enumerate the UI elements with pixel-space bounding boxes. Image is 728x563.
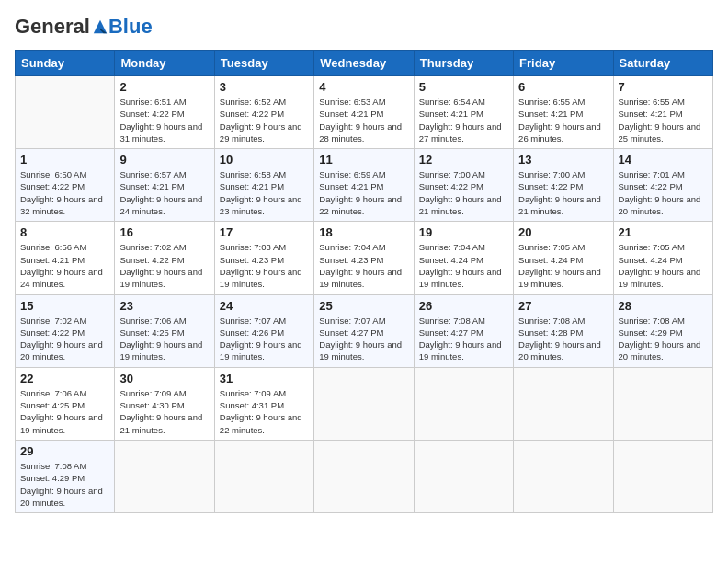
calendar-cell: 18Sunrise: 7:04 AMSunset: 4:23 PMDayligh… — [314, 222, 414, 294]
calendar-cell: 11Sunrise: 6:59 AMSunset: 4:21 PMDayligh… — [314, 149, 414, 222]
calendar-cell: 29Sunrise: 7:08 AMSunset: 4:29 PMDayligh… — [16, 440, 115, 512]
day-number: 4 — [319, 80, 408, 94]
calendar-cell: 16Sunrise: 7:02 AMSunset: 4:22 PMDayligh… — [115, 222, 214, 294]
calendar-cell: 22Sunrise: 7:06 AMSunset: 4:25 PMDayligh… — [16, 367, 115, 440]
day-number: 5 — [419, 80, 508, 94]
day-number: 20 — [518, 225, 608, 239]
calendar-cell — [414, 367, 513, 440]
calendar-cell — [214, 440, 313, 512]
day-number: 16 — [119, 225, 209, 239]
day-number: 18 — [319, 225, 408, 239]
day-number: 11 — [319, 153, 408, 167]
calendar-cell: 5Sunrise: 6:54 AMSunset: 4:21 PMDaylight… — [414, 76, 513, 149]
day-number: 26 — [419, 299, 508, 313]
calendar-cell: 20Sunrise: 7:05 AMSunset: 4:24 PMDayligh… — [514, 222, 613, 294]
calendar-cell: 30Sunrise: 7:09 AMSunset: 4:30 PMDayligh… — [115, 367, 214, 440]
day-number: 7 — [619, 80, 708, 94]
day-info: Sunrise: 7:08 AMSunset: 4:28 PMDaylight:… — [518, 315, 608, 363]
day-info: Sunrise: 7:05 AMSunset: 4:24 PMDaylight:… — [619, 241, 708, 290]
calendar-cell: 26Sunrise: 7:08 AMSunset: 4:27 PMDayligh… — [414, 294, 513, 367]
calendar-cell: 23Sunrise: 7:06 AMSunset: 4:25 PMDayligh… — [115, 294, 214, 367]
calendar-cell — [314, 440, 414, 512]
day-info: Sunrise: 7:04 AMSunset: 4:24 PMDaylight:… — [419, 241, 508, 290]
day-number: 23 — [119, 299, 209, 313]
day-number: 25 — [319, 299, 408, 313]
day-info: Sunrise: 7:07 AMSunset: 4:27 PMDaylight:… — [319, 315, 408, 363]
day-info: Sunrise: 6:52 AMSunset: 4:22 PMDaylight:… — [220, 96, 309, 144]
day-info: Sunrise: 6:54 AMSunset: 4:21 PMDaylight:… — [419, 96, 508, 144]
day-info: Sunrise: 7:08 AMSunset: 4:27 PMDaylight:… — [419, 315, 508, 363]
page-header: General Blue — [15, 15, 713, 39]
calendar-cell: 1Sunrise: 6:50 AMSunset: 4:22 PMDaylight… — [16, 149, 115, 222]
calendar-cell — [514, 440, 613, 512]
weekday-header: Monday — [115, 51, 214, 76]
day-info: Sunrise: 6:59 AMSunset: 4:21 PMDaylight:… — [319, 168, 408, 217]
calendar-cell: 27Sunrise: 7:08 AMSunset: 4:28 PMDayligh… — [514, 294, 613, 367]
calendar-table: SundayMondayTuesdayWednesdayThursdayFrid… — [15, 50, 713, 513]
logo-general: General — [15, 15, 90, 39]
day-number: 17 — [220, 225, 309, 239]
weekday-header: Tuesday — [214, 51, 313, 76]
day-info: Sunrise: 7:06 AMSunset: 4:25 PMDaylight:… — [20, 387, 109, 436]
weekday-header: Sunday — [16, 51, 115, 76]
day-info: Sunrise: 6:53 AMSunset: 4:21 PMDaylight:… — [319, 96, 408, 144]
logo: General Blue — [15, 15, 153, 39]
day-info: Sunrise: 7:09 AMSunset: 4:30 PMDaylight:… — [119, 387, 209, 436]
day-number: 30 — [119, 372, 209, 385]
day-number: 24 — [220, 299, 309, 313]
day-info: Sunrise: 6:50 AMSunset: 4:22 PMDaylight:… — [20, 168, 109, 217]
calendar-cell: 28Sunrise: 7:08 AMSunset: 4:29 PMDayligh… — [613, 294, 712, 367]
calendar-week-row: 1Sunrise: 6:50 AMSunset: 4:22 PMDaylight… — [16, 149, 713, 222]
calendar-cell: 14Sunrise: 7:01 AMSunset: 4:22 PMDayligh… — [613, 149, 712, 222]
calendar-cell: 31Sunrise: 7:09 AMSunset: 4:31 PMDayligh… — [214, 367, 313, 440]
calendar-cell — [115, 440, 214, 512]
day-info: Sunrise: 6:55 AMSunset: 4:21 PMDaylight:… — [518, 96, 608, 144]
day-info: Sunrise: 7:09 AMSunset: 4:31 PMDaylight:… — [220, 387, 309, 436]
day-info: Sunrise: 7:00 AMSunset: 4:22 PMDaylight:… — [419, 168, 508, 217]
calendar-week-row: 22Sunrise: 7:06 AMSunset: 4:25 PMDayligh… — [16, 367, 713, 440]
calendar-cell — [613, 440, 712, 512]
day-number: 15 — [20, 299, 109, 313]
calendar-cell: 10Sunrise: 6:58 AMSunset: 4:21 PMDayligh… — [214, 149, 313, 222]
day-number: 28 — [619, 299, 708, 313]
calendar-cell: 4Sunrise: 6:53 AMSunset: 4:21 PMDaylight… — [314, 76, 414, 149]
calendar-cell: 15Sunrise: 7:02 AMSunset: 4:22 PMDayligh… — [16, 294, 115, 367]
day-number: 13 — [518, 153, 608, 167]
day-info: Sunrise: 7:00 AMSunset: 4:22 PMDaylight:… — [518, 168, 608, 217]
calendar-header-row: SundayMondayTuesdayWednesdayThursdayFrid… — [16, 51, 713, 76]
calendar-cell: 25Sunrise: 7:07 AMSunset: 4:27 PMDayligh… — [314, 294, 414, 367]
weekday-header: Wednesday — [314, 51, 414, 76]
calendar-cell: 24Sunrise: 7:07 AMSunset: 4:26 PMDayligh… — [214, 294, 313, 367]
calendar-week-row: 2Sunrise: 6:51 AMSunset: 4:22 PMDaylight… — [16, 76, 713, 149]
calendar-cell: 17Sunrise: 7:03 AMSunset: 4:23 PMDayligh… — [214, 222, 313, 294]
calendar-week-row: 29Sunrise: 7:08 AMSunset: 4:29 PMDayligh… — [16, 440, 713, 512]
day-info: Sunrise: 6:56 AMSunset: 4:21 PMDaylight:… — [20, 241, 109, 290]
calendar-cell — [613, 367, 712, 440]
day-info: Sunrise: 6:51 AMSunset: 4:22 PMDaylight:… — [119, 96, 209, 144]
weekday-header: Friday — [514, 51, 613, 76]
day-number: 2 — [119, 80, 209, 94]
weekday-header: Thursday — [414, 51, 513, 76]
calendar-cell: 6Sunrise: 6:55 AMSunset: 4:21 PMDaylight… — [514, 76, 613, 149]
day-number: 6 — [518, 80, 608, 94]
calendar-cell: 12Sunrise: 7:00 AMSunset: 4:22 PMDayligh… — [414, 149, 513, 222]
day-info: Sunrise: 7:08 AMSunset: 4:29 PMDaylight:… — [20, 460, 109, 509]
day-number: 8 — [20, 225, 109, 239]
day-number: 22 — [20, 372, 109, 385]
weekday-header: Saturday — [613, 51, 712, 76]
day-info: Sunrise: 6:58 AMSunset: 4:21 PMDaylight:… — [220, 168, 309, 217]
calendar-cell: 7Sunrise: 6:55 AMSunset: 4:21 PMDaylight… — [613, 76, 712, 149]
calendar-cell: 8Sunrise: 6:56 AMSunset: 4:21 PMDaylight… — [16, 222, 115, 294]
day-info: Sunrise: 7:04 AMSunset: 4:23 PMDaylight:… — [319, 241, 408, 290]
day-info: Sunrise: 7:03 AMSunset: 4:23 PMDaylight:… — [220, 241, 309, 290]
calendar-cell: 19Sunrise: 7:04 AMSunset: 4:24 PMDayligh… — [414, 222, 513, 294]
calendar-cell: 9Sunrise: 6:57 AMSunset: 4:21 PMDaylight… — [115, 149, 214, 222]
day-info: Sunrise: 6:55 AMSunset: 4:21 PMDaylight:… — [619, 96, 708, 144]
calendar-week-row: 15Sunrise: 7:02 AMSunset: 4:22 PMDayligh… — [16, 294, 713, 367]
logo-icon — [92, 18, 108, 35]
calendar-cell: 3Sunrise: 6:52 AMSunset: 4:22 PMDaylight… — [214, 76, 313, 149]
day-number: 19 — [419, 225, 508, 239]
calendar-week-row: 8Sunrise: 6:56 AMSunset: 4:21 PMDaylight… — [16, 222, 713, 294]
day-info: Sunrise: 7:02 AMSunset: 4:22 PMDaylight:… — [20, 315, 109, 363]
day-number: 9 — [119, 153, 209, 167]
